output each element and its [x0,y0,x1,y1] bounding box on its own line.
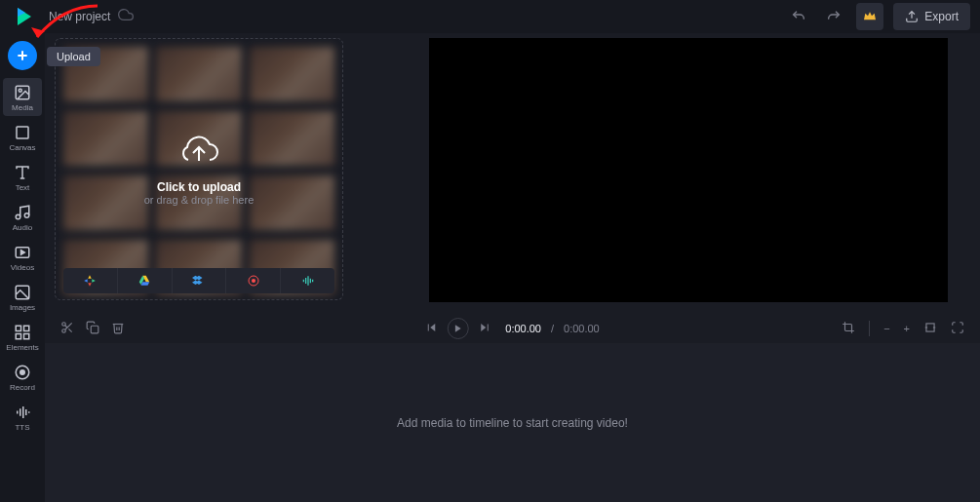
add-button[interactable] [8,41,37,70]
video-preview[interactable] [429,38,948,302]
cut-button[interactable] [60,321,74,336]
sidebar-label: Record [10,383,35,392]
tts-icon [14,404,31,421]
source-dropbox[interactable] [173,268,227,293]
svg-point-8 [16,214,20,219]
sidebar-label: Media [12,103,33,112]
upload-title: Click to upload [157,180,241,194]
sidebar-item-media[interactable]: Media [3,78,42,116]
current-time: 0:00.00 [505,323,541,334]
sidebar-label: Images [10,303,35,312]
zoom-in-button[interactable]: + [904,323,910,334]
timeline-empty-text: Add media to timeline to start creating … [397,416,628,430]
sidebar: Media Canvas Text Audio Videos Images El… [0,33,45,502]
redo-button[interactable] [821,4,846,29]
media-panel[interactable]: Click to upload or drag & drop file here [55,38,343,300]
timeline[interactable]: Add media to timeline to start creating … [45,343,980,502]
svg-rect-37 [91,326,98,333]
cloud-sync-icon[interactable] [118,7,134,26]
svg-point-18 [20,370,25,375]
time-separator: / [551,323,554,334]
videos-icon [14,244,31,261]
svg-point-26 [252,279,255,283]
premium-button[interactable] [856,3,883,30]
svg-point-9 [24,213,29,218]
upload-sources [63,268,334,293]
undo-button[interactable] [786,4,811,29]
copy-button[interactable] [86,321,99,336]
export-label: Export [924,10,959,23]
svg-point-32 [62,323,66,327]
svg-marker-41 [481,324,486,331]
sidebar-item-audio[interactable]: Audio [3,198,42,236]
export-button[interactable]: Export [893,3,970,30]
svg-point-33 [62,329,66,333]
sidebar-label: Audio [13,223,32,232]
svg-marker-38 [430,324,435,331]
svg-rect-15 [16,334,20,339]
canvas-icon [14,124,31,141]
header: New project Export [0,0,980,33]
project-title[interactable]: New project [49,10,110,23]
record-icon [14,364,31,381]
media-icon [14,84,31,101]
source-record[interactable] [226,268,281,293]
images-icon [14,284,31,301]
svg-rect-5 [17,127,28,138]
crop-button[interactable] [842,321,855,336]
sidebar-item-text[interactable]: Text [3,158,42,196]
sidebar-item-tts[interactable]: TTS [3,398,42,436]
sidebar-label: Elements [6,343,38,352]
cloud-upload-icon [177,134,220,171]
sidebar-item-record[interactable]: Record [3,358,42,396]
sidebar-label: Text [16,183,30,192]
source-google-drive[interactable] [118,268,173,293]
sidebar-item-videos[interactable]: Videos [3,238,42,276]
fullscreen-button[interactable] [951,321,964,336]
upload-subtitle: or drag & drop file here [144,194,255,206]
sidebar-label: TTS [15,423,29,432]
total-time: 0:00.00 [564,323,600,334]
svg-rect-13 [16,326,20,330]
zoom-out-button[interactable]: − [883,323,889,334]
delete-button[interactable] [111,321,125,336]
svg-point-4 [19,89,21,92]
sidebar-label: Canvas [9,143,35,152]
sidebar-item-images[interactable]: Images [3,278,42,316]
upload-tooltip: Upload [47,47,100,66]
svg-rect-43 [926,324,934,331]
app-logo[interactable] [10,4,35,29]
upload-dropzone[interactable]: Click to upload or drag & drop file here [56,39,342,299]
next-button[interactable] [478,322,490,335]
svg-line-35 [68,328,71,331]
svg-line-36 [65,326,67,328]
controls-bar: 0:00.00 / 0:00.00 − + [45,317,980,340]
source-audio-wave[interactable] [281,268,334,293]
elements-icon [14,324,31,341]
source-google-photos[interactable] [63,268,118,293]
divider [869,321,870,336]
svg-marker-40 [454,325,460,332]
sidebar-item-canvas[interactable]: Canvas [3,118,42,156]
text-icon [14,164,31,181]
prev-button[interactable] [425,322,437,335]
svg-marker-11 [21,251,25,255]
svg-rect-16 [24,334,29,339]
play-button[interactable] [447,318,468,339]
sidebar-label: Videos [11,263,34,272]
fit-button[interactable] [923,321,937,336]
svg-rect-14 [24,326,29,330]
sidebar-item-elements[interactable]: Elements [3,318,42,356]
audio-icon [14,204,31,221]
